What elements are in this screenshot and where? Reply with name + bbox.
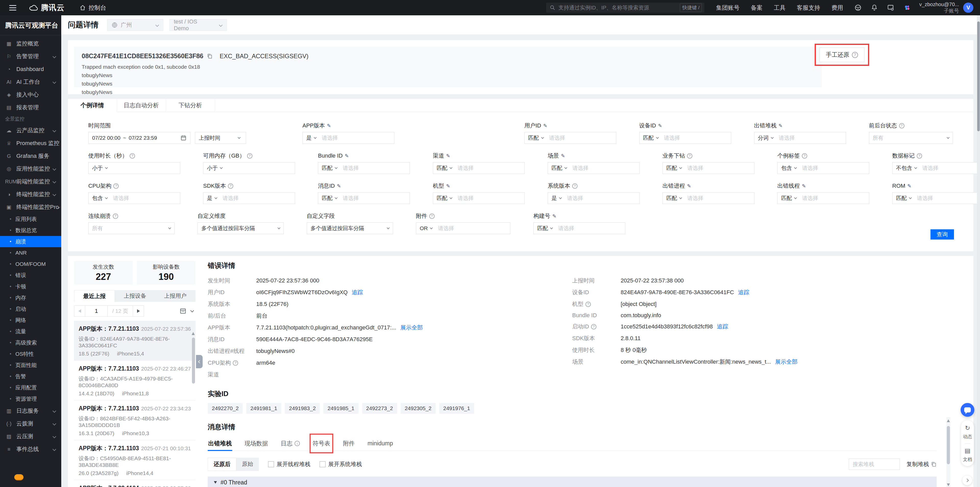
operator-select[interactable]: 小于 [204, 163, 225, 174]
report-tab[interactable]: 上报设备 [115, 290, 155, 302]
next-page-button[interactable] [133, 305, 144, 317]
sidebar-item[interactable]: RUM 前端性能监控 [0, 175, 61, 188]
filter-value-input[interactable] [435, 225, 510, 232]
sidebar-item[interactable]: 告警 [0, 371, 61, 382]
operator-select[interactable]: 匹配 [318, 193, 340, 204]
filter-value-input[interactable] [919, 165, 980, 171]
operator-select[interactable]: 匹配 [525, 132, 546, 144]
filter-value-input[interactable] [914, 195, 980, 201]
stack-mode-segment[interactable]: 还原后 [208, 458, 236, 471]
edit-icon[interactable]: ✎ [552, 213, 556, 219]
filter-select[interactable]: 多个值通过按回车分隔 [307, 223, 393, 234]
avatar[interactable]: V [963, 3, 974, 13]
edit-icon[interactable]: ✎ [687, 183, 691, 189]
message-tab[interactable]: 现场数据 i [244, 436, 269, 451]
sidebar-item[interactable]: 高级搜索 [0, 337, 61, 348]
filter-select[interactable]: 所有 [89, 223, 174, 234]
sidebar-item[interactable]: ♕ Prometheus 监控 [0, 137, 61, 150]
operator-select[interactable]: 匹配 [433, 163, 455, 174]
experiment-id-chip[interactable]: 2491985_1 [323, 403, 358, 414]
nav-menu-item[interactable]: 集团账号 [716, 4, 740, 12]
report-list-item[interactable]: APP版本：7.7.22.1104 2025-07-22 22:57:30 设备… [74, 480, 196, 487]
sidebar-item[interactable]: OOM/FOOM [0, 259, 61, 270]
list-scrollbar[interactable] [192, 338, 195, 383]
edit-icon[interactable]: ✎ [345, 153, 349, 159]
filter-value-input[interactable] [799, 165, 869, 171]
filter-value-input[interactable] [776, 135, 846, 141]
operator-select[interactable]: 匹配 [663, 163, 684, 174]
edit-icon[interactable]: ✎ [327, 123, 331, 129]
online-service-button[interactable] [961, 403, 974, 417]
sidebar-item[interactable]: 资源管理 [0, 393, 61, 404]
filter-value-input[interactable] [220, 195, 295, 201]
experiment-id-chip[interactable]: 2492305_2 [401, 403, 436, 414]
experiment-id-chip[interactable]: 2491981_1 [246, 403, 281, 414]
experiment-id-chip[interactable]: 2491976_1 [439, 403, 474, 414]
sidebar-item[interactable]: ▨ 云压测 [0, 430, 61, 443]
expand-toolbar-button[interactable] [963, 476, 972, 485]
operator-select[interactable]: 是 [303, 132, 319, 144]
collapse-panel-handle[interactable] [196, 355, 203, 368]
filter-value-input[interactable] [684, 195, 754, 201]
docs-icon[interactable]: ▤ [965, 447, 970, 454]
experiment-id-chip[interactable]: 2492270_2 [208, 403, 243, 414]
sidebar-bottom-badge[interactable] [14, 474, 24, 481]
report-list-item[interactable]: APP版本：7.7.21.1103 2025-07-22 23:57:36 设备… [74, 321, 196, 361]
filter-value-input[interactable] [340, 165, 410, 171]
news-icon[interactable]: ↻ [965, 425, 970, 431]
message-tab[interactable]: 日志 i [280, 436, 301, 451]
date-range-input[interactable]: 07/22 00:00 ~ 07/22 23:59 [88, 132, 190, 144]
operator-select[interactable]: 包含 [89, 193, 110, 204]
sidebar-item[interactable]: AI AI 工作台 [0, 76, 61, 88]
operator-select[interactable]: 匹配 [640, 132, 661, 144]
operator-select[interactable]: 匹配 [663, 193, 684, 204]
menu-icon[interactable] [9, 5, 16, 10]
operator-select[interactable]: 不包含 [892, 163, 919, 174]
report-list-item[interactable]: APP版本：7.7.21.1103 2025-07-22 23:34:23 设备… [74, 401, 196, 440]
filter-value-input[interactable] [564, 195, 639, 201]
thread-header[interactable]: #0 Thread [208, 477, 937, 487]
sidebar-item[interactable]: 内存 [0, 292, 61, 303]
stack-mode-segment[interactable]: 原始 [236, 458, 259, 471]
filter-value-input[interactable] [455, 165, 525, 171]
detail-link[interactable]: 展示全部 [401, 324, 423, 332]
detail-link[interactable]: 追踪 [352, 289, 363, 296]
sidebar-item[interactable]: ANR [0, 247, 61, 259]
operator-select[interactable]: 匹配 [548, 163, 570, 174]
sidebar-item[interactable]: ◑ 终端性能监控 [0, 188, 61, 201]
console-settings-icon[interactable] [887, 4, 894, 11]
sidebar-item[interactable]: 启动 [0, 303, 61, 315]
stack-scrollbar[interactable] [946, 417, 950, 487]
filter-value-input[interactable] [455, 195, 525, 201]
operator-select[interactable]: 匹配 [318, 163, 340, 174]
scroll-down-arrow[interactable] [947, 484, 950, 486]
sidebar-item[interactable]: ▣ 终端性能监控Pro [0, 201, 61, 214]
time-type-select[interactable]: 上报时间 [195, 132, 246, 144]
sidebar-item[interactable]: G Grafana 服务 [0, 150, 61, 163]
detail-tab[interactable]: 下钻分析 [166, 99, 215, 112]
detail-link[interactable]: 追踪 [717, 323, 728, 331]
sidebar-item[interactable]: ▤ 报表管理 [0, 101, 61, 114]
report-list-item[interactable]: APP版本：7.7.21.1103 2025-07-22 23:46:27 设备… [74, 361, 196, 401]
report-tab[interactable]: 上报用户 [155, 290, 196, 302]
filter-value-input[interactable] [319, 135, 394, 141]
nav-menu-item[interactable]: 客服支持 [797, 4, 820, 12]
edit-icon[interactable]: ✎ [802, 183, 806, 189]
list-scrollbar-arrow[interactable] [192, 332, 195, 335]
account-info[interactable]: v_zbozhou@70... 子账号 [919, 1, 959, 14]
report-tab[interactable]: 最近上报 [74, 290, 115, 302]
filter-select[interactable]: 所有 [869, 132, 953, 144]
operator-select[interactable]: 分词 [754, 132, 776, 144]
edit-icon[interactable]: ✎ [907, 183, 912, 189]
operator-select[interactable]: 小于 [89, 163, 110, 174]
stack-option-checkbox[interactable]: 展开系统堆栈 [320, 460, 362, 468]
stack-option-checkbox[interactable]: 展开线程堆栈 [268, 460, 310, 468]
nav-menu-item[interactable]: 备案 [751, 4, 762, 12]
copy-icon[interactable] [207, 53, 213, 59]
detail-link[interactable]: 展示全部 [775, 358, 797, 366]
page-number-input[interactable] [85, 305, 108, 317]
page-scrollbar[interactable] [977, 15, 980, 487]
sidebar-item[interactable]: 页面性能 [0, 359, 61, 371]
sidebar-item[interactable]: ▦ 监控概览 [0, 37, 61, 50]
message-tab[interactable]: 出错堆栈 i [208, 436, 232, 451]
